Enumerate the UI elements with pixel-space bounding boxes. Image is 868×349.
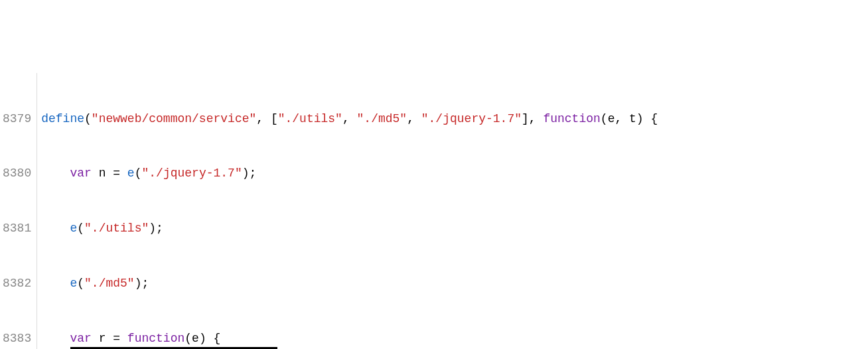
line-number-gutter: 8379 8380 8381 8382 8383 8384 8385 8386 …	[0, 73, 37, 349]
token-fn: define	[41, 112, 84, 125]
line-number: 8382	[3, 275, 31, 293]
token-str: "./utils"	[84, 222, 149, 235]
code-line[interactable]: e("./utils");	[41, 220, 658, 238]
token-kw: function	[127, 332, 184, 345]
token: );	[135, 277, 149, 290]
token-kw: var	[41, 332, 92, 345]
token: );	[149, 222, 163, 235]
token-str: "./md5"	[357, 112, 407, 125]
token-str: "./jquery-1.7"	[421, 112, 522, 125]
token: r =	[92, 332, 127, 345]
code-line[interactable]: var n = e("./jquery-1.7");	[41, 165, 658, 183]
code-content[interactable]: define("newweb/common/service", ["./util…	[37, 73, 658, 349]
code-editor[interactable]: 8379 8380 8381 8382 8383 8384 8385 8386 …	[0, 73, 868, 349]
token-str: "newweb/common/service"	[92, 112, 256, 125]
token: ,	[342, 112, 357, 125]
token-str: "./jquery-1.7"	[141, 167, 242, 180]
token: (e, t) {	[601, 112, 658, 125]
token: n =	[92, 167, 127, 180]
token-kw: function	[543, 112, 600, 125]
token: ,	[407, 112, 421, 125]
line-number: 8379	[3, 110, 31, 129]
line-number: 8383	[3, 330, 31, 348]
token: , [	[256, 112, 277, 125]
token: (e) {	[184, 332, 220, 345]
code-line[interactable]: e("./md5");	[41, 275, 658, 293]
token-str: "./md5"	[84, 277, 135, 290]
code-line[interactable]: var r = function(e) {	[41, 330, 658, 348]
code-line[interactable]: define("newweb/common/service", ["./util…	[41, 110, 658, 129]
token-kw: var	[41, 167, 92, 180]
token: (	[77, 277, 84, 290]
token-fn: e	[127, 167, 135, 180]
token-fn: e	[70, 277, 77, 290]
token-str: "./utils"	[278, 112, 342, 125]
token: (	[135, 167, 142, 180]
token: ],	[522, 112, 543, 125]
token	[41, 222, 70, 235]
token: (	[84, 112, 92, 125]
token: );	[242, 167, 257, 180]
line-number: 8380	[3, 165, 31, 183]
token-fn: e	[70, 222, 77, 235]
token: (	[77, 222, 84, 235]
line-number: 8381	[3, 220, 31, 238]
token	[41, 277, 70, 290]
